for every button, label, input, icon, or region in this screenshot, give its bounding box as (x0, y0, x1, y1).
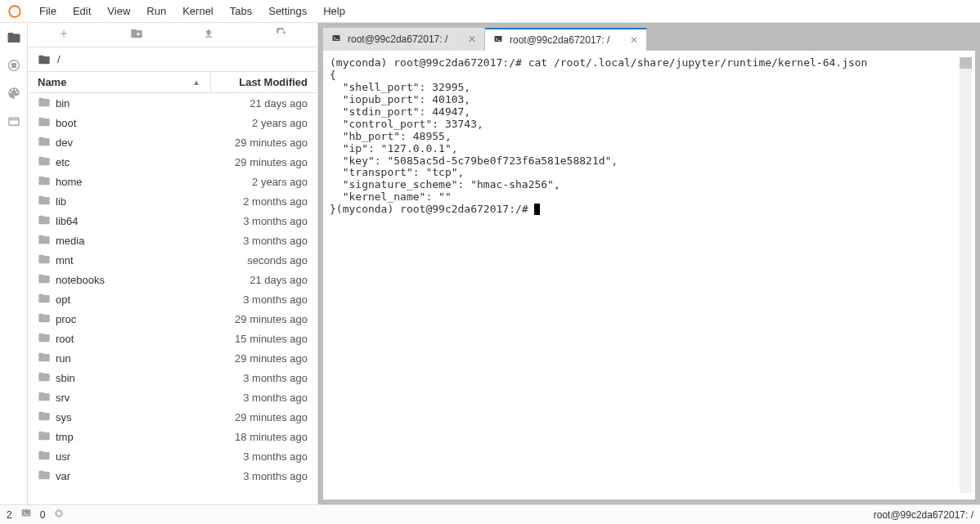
terminals-icon[interactable] (20, 508, 32, 522)
status-bar: 2 0 root@99c2da672017: / (0, 504, 980, 524)
file-row[interactable]: opt3 months ago (28, 289, 317, 309)
status-context-label[interactable]: root@99c2da672017: / (874, 509, 973, 521)
file-modified: 29 minutes ago (201, 352, 308, 365)
file-row[interactable]: sys29 minutes ago (28, 407, 317, 427)
file-row[interactable]: media3 months ago (28, 231, 317, 250)
column-name-header[interactable]: Name (38, 76, 66, 88)
file-name: notebooks (52, 274, 201, 286)
file-row[interactable]: notebooks21 days ago (28, 270, 317, 289)
tab-label: root@99c2da672017: / (510, 34, 609, 46)
file-name: mnt (52, 254, 201, 266)
folder-icon (38, 174, 52, 190)
menu-file[interactable]: File (31, 2, 65, 20)
file-row[interactable]: lib2 months ago (28, 191, 317, 211)
folder-icon (38, 155, 52, 170)
upload-button[interactable] (184, 28, 233, 42)
file-modified: 21 days ago (201, 274, 308, 286)
file-row[interactable]: srv3 months ago (28, 387, 317, 407)
folder-icon (38, 351, 52, 366)
file-modified: 3 months ago (201, 392, 308, 404)
menu-edit[interactable]: Edit (65, 2, 99, 20)
file-row[interactable]: lib643 months ago (28, 211, 317, 231)
new-launcher-button[interactable] (39, 28, 88, 42)
svg-rect-5 (9, 118, 19, 125)
file-name: sbin (52, 372, 201, 384)
file-row[interactable]: sbin3 months ago (28, 368, 317, 387)
tab-terminal[interactable]: root@99c2da672017: /✕ (323, 28, 485, 51)
file-list-header[interactable]: Name▲ Last Modified (28, 72, 317, 93)
breadcrumb[interactable]: / (28, 47, 317, 72)
new-folder-button[interactable] (112, 27, 161, 43)
menu-kernel[interactable]: Kernel (174, 2, 222, 20)
terminal-panel[interactable]: (myconda) root@99c2da672017:/# cat /root… (323, 51, 975, 499)
file-row[interactable]: tmp18 minutes ago (28, 427, 317, 446)
folder-icon (38, 272, 52, 288)
file-row[interactable]: run29 minutes ago (28, 348, 317, 368)
activity-bar (0, 23, 28, 504)
menu-tabs[interactable]: Tabs (222, 2, 260, 20)
menu-settings[interactable]: Settings (260, 2, 315, 20)
file-row[interactable]: proc29 minutes ago (28, 309, 317, 329)
terminal-output[interactable]: (myconda) root@99c2da672017:/# cat /root… (330, 57, 960, 493)
file-modified: 2 months ago (201, 195, 308, 208)
folder-icon (38, 429, 52, 445)
file-modified: 3 months ago (201, 372, 308, 384)
folder-icon (38, 331, 52, 347)
terminal-scrollbar[interactable] (960, 57, 972, 493)
close-icon[interactable]: ✕ (630, 34, 638, 46)
file-row[interactable]: etc29 minutes ago (28, 152, 317, 172)
tab-terminal[interactable]: root@99c2da672017: /✕ (485, 28, 647, 51)
palette-icon[interactable] (6, 85, 22, 101)
column-modified-header[interactable]: Last Modified (211, 76, 317, 88)
file-browser: / Name▲ Last Modified bin21 days agoboot… (28, 23, 318, 504)
file-name: opt (52, 293, 201, 306)
folder-icon (38, 370, 52, 386)
file-modified: 3 months ago (201, 450, 308, 463)
folder-icon (38, 390, 52, 405)
breadcrumb-path[interactable]: / (57, 53, 61, 65)
file-browser-toolbar (28, 23, 317, 47)
menu-help[interactable]: Help (315, 2, 353, 20)
file-name: home (52, 176, 201, 188)
file-row[interactable]: dev29 minutes ago (28, 132, 317, 152)
menu-view[interactable]: View (99, 2, 138, 20)
menubar: FileEditViewRunKernelTabsSettingsHelp (0, 0, 980, 23)
file-row[interactable]: root15 minutes ago (28, 329, 317, 348)
jupyter-logo (7, 3, 23, 20)
file-modified: 15 minutes ago (201, 333, 308, 345)
folder-icon (38, 96, 52, 111)
file-row[interactable]: usr3 months ago (28, 446, 317, 466)
status-terminals-count[interactable]: 2 (7, 509, 12, 521)
kernels-icon[interactable] (53, 508, 65, 522)
terminal-cursor (534, 204, 540, 215)
file-modified: 29 minutes ago (201, 156, 308, 168)
file-name: usr (52, 450, 201, 463)
file-row[interactable]: home2 years ago (28, 172, 317, 191)
folder-icon (38, 53, 51, 66)
file-modified: 21 days ago (201, 97, 308, 110)
file-row[interactable]: mntseconds ago (28, 250, 317, 270)
work-area: root@99c2da672017: /✕root@99c2da672017: … (318, 23, 980, 504)
folder-icon[interactable] (6, 29, 22, 46)
terminal-icon (331, 34, 341, 45)
file-name: var (52, 470, 201, 482)
file-row[interactable]: var3 months ago (28, 466, 317, 486)
tabs-icon[interactable] (6, 113, 22, 129)
folder-icon (38, 253, 52, 268)
svg-point-2 (10, 15, 11, 16)
tab-bar: root@99c2da672017: /✕root@99c2da672017: … (323, 28, 975, 51)
svg-point-1 (17, 6, 19, 7)
file-modified: seconds ago (201, 254, 308, 266)
refresh-button[interactable] (257, 28, 306, 42)
file-row[interactable]: boot2 years ago (28, 113, 317, 132)
file-name: bin (52, 97, 201, 110)
running-icon[interactable] (6, 57, 22, 74)
close-icon[interactable]: ✕ (468, 34, 476, 45)
menu-run[interactable]: Run (138, 2, 174, 20)
file-row[interactable]: bin21 days ago (28, 93, 317, 113)
file-name: sys (52, 411, 201, 423)
file-modified: 29 minutes ago (201, 137, 308, 149)
status-kernels-count[interactable]: 0 (40, 509, 46, 521)
folder-icon (38, 311, 52, 327)
file-name: lib (52, 195, 201, 208)
